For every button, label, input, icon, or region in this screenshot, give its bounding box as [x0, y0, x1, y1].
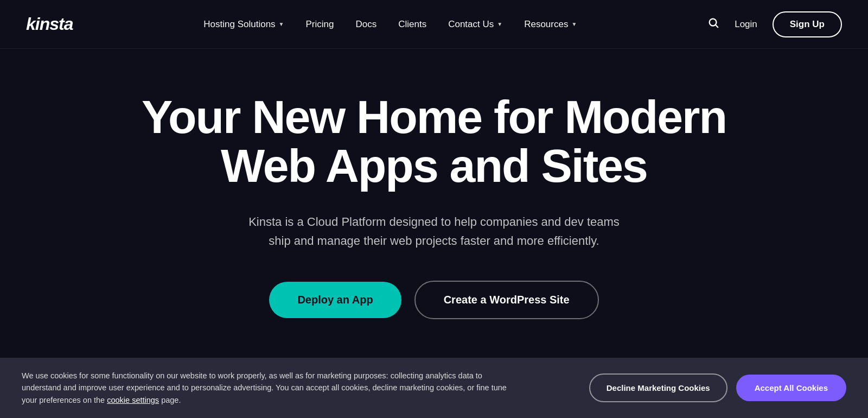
svg-line-1: [716, 25, 718, 27]
nav-item-contact[interactable]: Contact Us ▼: [448, 19, 502, 30]
nav-item-resources[interactable]: Resources ▼: [524, 19, 577, 30]
decline-marketing-cookies-button[interactable]: Decline Marketing Cookies: [589, 373, 727, 402]
nav-label-docs: Docs: [355, 19, 376, 30]
nav-item-clients[interactable]: Clients: [398, 19, 426, 30]
cookie-banner: We use cookies for some functionality on…: [0, 358, 868, 418]
cookie-text: We use cookies for some functionality on…: [22, 370, 510, 406]
chevron-down-icon-3: ▼: [571, 21, 577, 27]
cookie-buttons: Decline Marketing Cookies Accept All Coo…: [589, 373, 846, 402]
create-wordpress-button[interactable]: Create a WordPress Site: [414, 281, 599, 319]
chevron-down-icon: ▼: [279, 21, 284, 27]
nav-label-clients: Clients: [398, 19, 426, 30]
signup-button[interactable]: Sign Up: [773, 11, 842, 37]
nav-item-hosting[interactable]: Hosting Solutions ▼: [203, 19, 284, 30]
chevron-down-icon-2: ▼: [497, 21, 502, 27]
nav-label-contact: Contact Us: [448, 19, 494, 30]
cookie-settings-link[interactable]: cookie settings: [107, 396, 159, 404]
nav-item-docs[interactable]: Docs: [355, 19, 376, 30]
nav-item-pricing[interactable]: Pricing: [306, 19, 334, 30]
hero-section: Your New Home for Modern Web Apps and Si…: [0, 49, 868, 352]
accept-all-cookies-button[interactable]: Accept All Cookies: [736, 375, 846, 401]
hero-subtitle: Kinsta is a Cloud Platform designed to h…: [239, 212, 629, 250]
deploy-app-button[interactable]: Deploy an App: [269, 282, 401, 318]
nav-label-pricing: Pricing: [306, 19, 334, 30]
nav-label-hosting: Hosting Solutions: [203, 19, 275, 30]
login-link[interactable]: Login: [735, 19, 757, 30]
search-icon[interactable]: [707, 17, 719, 31]
navbar: kinsta Hosting Solutions ▼ Pricing Docs …: [0, 0, 868, 49]
nav-links: Hosting Solutions ▼ Pricing Docs Clients…: [203, 19, 577, 30]
hero-buttons: Deploy an App Create a WordPress Site: [269, 281, 598, 319]
logo[interactable]: kinsta: [26, 14, 73, 34]
hero-title: Your New Home for Modern Web Apps and Si…: [136, 92, 732, 191]
nav-label-resources: Resources: [524, 19, 568, 30]
nav-right: Login Sign Up: [707, 11, 842, 37]
